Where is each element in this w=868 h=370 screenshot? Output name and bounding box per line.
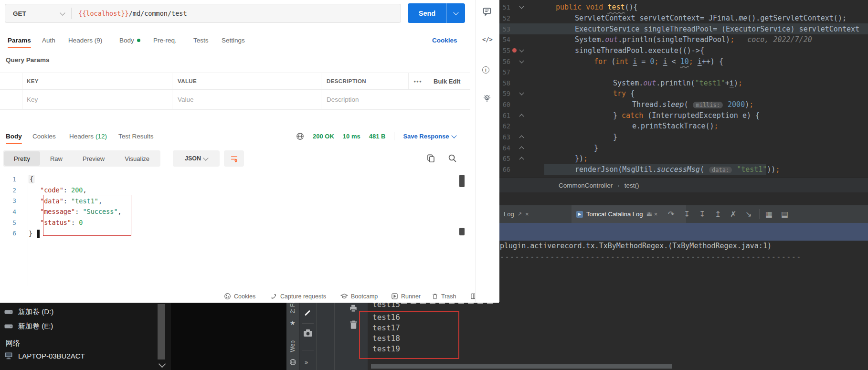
camera-icon[interactable] [303, 329, 313, 339]
response-tab-body[interactable]: Body [6, 128, 22, 144]
view-tab-raw[interactable]: Raw [40, 151, 73, 166]
wrap-text-button[interactable] [224, 150, 244, 167]
console-selected-row[interactable] [499, 223, 868, 241]
clear-icon[interactable]: ✗ [730, 205, 736, 223]
description-input[interactable]: Description [327, 90, 359, 109]
wrap-icon[interactable]: ↷ [668, 205, 674, 223]
fold-marker[interactable] [518, 115, 525, 116]
ide-code-line[interactable]: 62e.printStackTrace(); [499, 121, 868, 132]
fold-marker[interactable] [518, 61, 525, 63]
bootcamp-footer-button[interactable]: Bootcamp [340, 290, 378, 302]
view-tab-preview[interactable]: Preview [73, 151, 115, 166]
view-tab-visualize[interactable]: Visualize [115, 151, 159, 166]
save-response-button[interactable]: Save Response [403, 133, 455, 140]
fold-marker[interactable] [518, 158, 525, 159]
editor-scrollbar-thumb[interactable] [459, 175, 465, 187]
ide-code-line[interactable]: 56for (int i = 0; i < 10; i++) { [499, 56, 868, 67]
explorer-item[interactable]: 新加卷 (D:) [4, 306, 53, 317]
code-icon[interactable]: </> [482, 36, 493, 43]
fold-marker[interactable] [518, 93, 525, 95]
copy-icon[interactable] [426, 154, 435, 165]
ide-code-line[interactable]: 57 [499, 67, 868, 78]
bulk-edit-button[interactable]: Bulk Edit [434, 73, 460, 89]
request-tab-params[interactable]: Params [8, 32, 31, 48]
log-tab-log[interactable]: Log↗× [499, 205, 572, 223]
grid-icon[interactable]: ▦ [765, 205, 773, 223]
trash-footer-button[interactable]: Trash [432, 290, 456, 302]
breadcrumb-method[interactable]: test() [625, 182, 639, 189]
close-icon[interactable]: × [525, 211, 529, 218]
key-input[interactable]: Key [27, 90, 38, 109]
scroll-up-icon[interactable]: ↥ [715, 205, 721, 223]
ide-code-line[interactable]: 51public void test(){ [499, 2, 868, 13]
ide-code-line[interactable]: 63} [499, 132, 868, 143]
ide-code-line[interactable]: 66renderJson(MsgUtil.successMsg( data: "… [499, 164, 868, 175]
cookie-footer-button[interactable]: Cookies [224, 290, 255, 302]
info-icon[interactable]: i [482, 65, 489, 74]
response-time[interactable]: 10 ms [343, 133, 360, 140]
format-select[interactable]: JSON [173, 150, 220, 167]
ide-code-line[interactable]: 55singleThreadPool.execute(()->{ [499, 45, 868, 56]
explorer-scrollbar[interactable] [158, 304, 165, 359]
menu-icon[interactable]: ≡ [646, 205, 652, 223]
ide-code-line[interactable]: 61} catch (InterruptedException e) { [499, 110, 868, 121]
download-icon[interactable]: ↧ [699, 205, 705, 223]
response-tab-cookies[interactable]: Cookies [32, 128, 56, 144]
horizontal-scrollbar[interactable] [371, 364, 672, 369]
ide-code-line[interactable]: 53ExecutorService singleThreadPool= (Exe… [499, 23, 868, 34]
url-input[interactable]: {{localhost}}/md/common/test [72, 10, 187, 17]
value-input[interactable]: Value [178, 90, 194, 109]
request-tab-body[interactable]: Body [119, 32, 140, 48]
close-icon[interactable]: × [654, 211, 658, 218]
bulb-icon[interactable] [482, 94, 492, 105]
response-tab-headers[interactable]: Headers (12) [69, 128, 107, 144]
print-icon[interactable] [349, 304, 358, 315]
explorer-item[interactable]: 网络 [6, 338, 20, 349]
ide-code-line[interactable]: 52ServletContext servletContext= JFinal.… [499, 13, 868, 24]
request-tab-auth[interactable]: Auth [42, 32, 55, 48]
stripe-favorites-label[interactable]: 2: Fa [289, 302, 296, 313]
request-tab-pre-req-[interactable]: Pre-req. [153, 32, 177, 48]
explorer-item[interactable]: 新加卷 (E:) [4, 320, 53, 332]
ide-code-line[interactable]: 64} [499, 142, 868, 153]
more-icon[interactable]: » [305, 359, 308, 366]
runner-footer-button[interactable]: Runner [391, 290, 421, 302]
scroll-down-icon[interactable]: ↧ [684, 205, 690, 223]
request-tab-headers-9-[interactable]: Headers (9) [68, 32, 102, 48]
trash-icon[interactable] [349, 320, 358, 331]
ide-code-line[interactable]: 60Thread.sleep( millis: 2000); [499, 99, 868, 110]
globe-icon[interactable] [289, 359, 296, 368]
ide-editor[interactable]: 51public void test(){52ServletContext se… [499, 2, 868, 175]
response-size[interactable]: 481 B [369, 133, 386, 140]
search-icon[interactable] [448, 154, 457, 165]
cookies-link[interactable]: Cookies [432, 32, 457, 48]
ide-code-line[interactable]: 58System.out.println("test1"+i); [499, 77, 868, 88]
breadcrumb-class[interactable]: CommonController [559, 182, 613, 189]
ide-code-line[interactable]: 54System.out.println(singleThreadPool); … [499, 34, 868, 45]
chevron-down-icon[interactable] [159, 360, 166, 368]
capture-footer-button[interactable]: Capture requests [270, 290, 326, 302]
fold-marker[interactable] [518, 50, 525, 52]
method-select[interactable]: GET [5, 10, 71, 17]
ide-code-line[interactable]: 65}); [499, 153, 868, 164]
jump-icon[interactable]: ↘ [745, 205, 752, 223]
comment-icon[interactable] [482, 7, 492, 18]
settings-icon[interactable]: ▤ [781, 205, 788, 223]
response-tab-test-results[interactable]: Test Results [118, 128, 154, 144]
network-globe-icon[interactable] [296, 132, 304, 140]
more-options-icon[interactable]: ●●● [411, 73, 425, 89]
fold-marker[interactable] [518, 6, 525, 8]
stripe-web-label[interactable]: Web [289, 340, 296, 352]
status-badge[interactable]: 200 OK [313, 133, 334, 140]
stacktrace-link[interactable]: TxByMethodRegex.java:1 [672, 242, 767, 250]
send-button[interactable]: Send [408, 3, 465, 23]
ide-code-line[interactable]: 59try { [499, 88, 868, 99]
request-tab-settings[interactable]: Settings [222, 32, 245, 48]
fold-marker[interactable] [518, 136, 525, 138]
send-options-chevron[interactable] [446, 3, 465, 23]
star-icon[interactable]: ★ [290, 319, 296, 327]
request-tab-tests[interactable]: Tests [193, 32, 209, 48]
view-tab-pretty[interactable]: Pretty [4, 151, 40, 166]
fold-marker[interactable] [518, 147, 525, 149]
explorer-item[interactable]: LAPTOP-03BU2ACT [4, 350, 85, 361]
